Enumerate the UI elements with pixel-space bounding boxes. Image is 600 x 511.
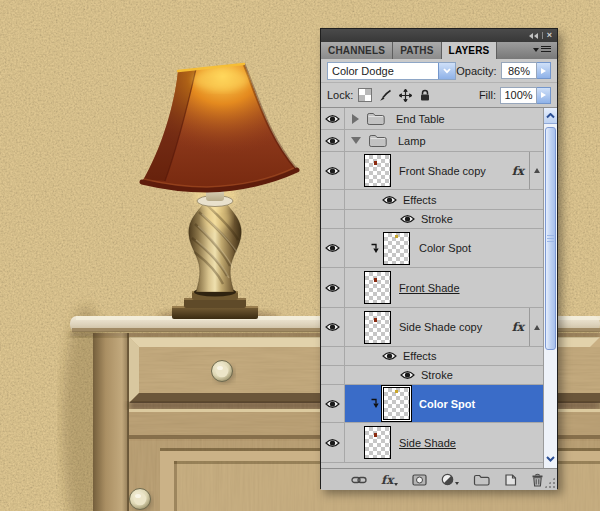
layer-name[interactable]: Front Shade copy — [399, 165, 486, 177]
layer-row-lamp[interactable]: Lamp — [321, 130, 543, 152]
layer-thumbnail[interactable] — [364, 271, 391, 304]
stroke-row[interactable]: Stroke — [321, 210, 543, 229]
layer-thumbnail[interactable] — [383, 232, 410, 265]
layer-row-side-shade[interactable]: Side Shade — [321, 423, 543, 463]
fill-input[interactable]: 100% — [500, 87, 537, 104]
tab-paths[interactable]: PATHS — [393, 42, 441, 59]
layer-row-side-shade-copy[interactable]: Side Shade copy fx — [321, 308, 543, 347]
blend-mode-select[interactable]: Color Dodge — [327, 62, 456, 80]
effects-row[interactable]: Effects — [321, 347, 543, 366]
lock-fill-row: Lock: Fill: 100% — [321, 83, 557, 108]
visibility-eye-icon[interactable] — [325, 438, 340, 448]
visibility-eye-icon[interactable] — [325, 399, 340, 409]
new-layer-icon[interactable] — [504, 473, 517, 487]
layer-list: End Table Lamp Front Shade copy — [321, 108, 557, 468]
opacity-value: 86% — [508, 65, 530, 77]
add-layer-mask-icon[interactable] — [412, 474, 427, 486]
layer-name[interactable]: Color Spot — [419, 242, 471, 254]
blend-opacity-row: Color Dodge Opacity: 86% — [321, 59, 557, 83]
scroll-up-icon[interactable] — [544, 108, 557, 124]
clipping-mask-arrow-icon — [370, 398, 379, 409]
stroke-row[interactable]: Stroke — [321, 366, 543, 385]
layer-thumbnail[interactable] — [364, 426, 391, 459]
layer-name[interactable]: Front Shade — [399, 282, 460, 294]
chevron-down-icon[interactable] — [438, 63, 455, 79]
layer-style-fx-icon[interactable]: fx — [512, 320, 524, 334]
effects-row[interactable]: Effects — [321, 190, 543, 210]
layer-row-front-shade[interactable]: Front Shade — [321, 268, 543, 308]
effects-label[interactable]: Effects — [403, 350, 436, 362]
tab-layers[interactable]: LAYERS — [442, 42, 498, 59]
effects-label[interactable]: Effects — [403, 194, 436, 206]
link-layers-icon[interactable] — [351, 475, 367, 485]
scroll-down-icon[interactable] — [544, 451, 557, 466]
opacity-input[interactable]: 86% — [501, 62, 538, 79]
clipping-mask-arrow-icon — [370, 243, 379, 254]
lock-label: Lock: — [327, 89, 353, 101]
folder-icon — [366, 112, 385, 125]
stroke-eye-icon[interactable] — [400, 214, 415, 224]
panel-resize-grip[interactable] — [544, 477, 555, 488]
collapse-effects-icon[interactable] — [529, 152, 543, 189]
visibility-eye-icon[interactable] — [325, 166, 340, 176]
layer-name[interactable]: Lamp — [398, 135, 426, 147]
close-panel-icon[interactable]: × — [547, 31, 552, 40]
layer-thumbnail[interactable] — [364, 154, 391, 187]
expand-triangle-icon[interactable] — [352, 114, 359, 124]
layer-name[interactable]: Side Shade copy — [399, 321, 482, 333]
layer-row-color-spot-1[interactable]: Color Spot — [321, 229, 543, 268]
visibility-eye-icon[interactable] — [325, 114, 340, 124]
lock-paint-brush-icon[interactable] — [379, 89, 392, 102]
collapse-triangle-icon[interactable] — [351, 137, 361, 144]
effects-eye-icon[interactable] — [382, 195, 397, 205]
collapse-effects-icon[interactable] — [529, 308, 543, 346]
panel-titlebar: × — [321, 29, 557, 42]
layer-name[interactable]: Color Spot — [419, 398, 475, 410]
collapse-to-icons-icon[interactable] — [529, 33, 538, 39]
stroke-label[interactable]: Stroke — [421, 213, 453, 225]
lock-all-padlock-icon[interactable] — [419, 89, 431, 102]
new-adjustment-layer-icon[interactable] — [441, 473, 459, 486]
layer-row-end-table[interactable]: End Table — [321, 108, 543, 130]
layer-row-color-spot-selected[interactable]: Color Spot — [321, 385, 543, 423]
fill-slider-arrow-icon[interactable] — [537, 87, 551, 104]
panel-menu-icon[interactable] — [533, 46, 551, 53]
new-group-folder-icon[interactable] — [473, 474, 490, 486]
visibility-eye-icon[interactable] — [325, 283, 340, 293]
opacity-slider-arrow-icon[interactable] — [537, 62, 551, 79]
tab-channels[interactable]: CHANNELS — [321, 42, 393, 59]
folder-icon — [368, 134, 387, 147]
effects-eye-icon[interactable] — [382, 351, 397, 361]
stroke-eye-icon[interactable] — [400, 370, 415, 380]
scrollbar-thumb[interactable] — [545, 127, 556, 350]
fill-value: 100% — [504, 89, 532, 101]
layer-name[interactable]: End Table — [396, 113, 445, 125]
panel-footer: fx — [321, 468, 557, 490]
visibility-eye-icon[interactable] — [325, 322, 340, 332]
layer-name[interactable]: Side Shade — [399, 437, 456, 449]
visibility-eye-icon[interactable] — [325, 243, 340, 253]
opacity-label: Opacity: — [456, 65, 496, 77]
panel-tabstrip: CHANNELS PATHS LAYERS — [321, 42, 557, 59]
add-layer-style-icon[interactable]: fx — [381, 473, 398, 487]
layers-panel: × CHANNELS PATHS LAYERS Color Dodge Opac… — [320, 28, 558, 489]
blend-mode-value: Color Dodge — [328, 65, 438, 77]
layer-thumbnail[interactable] — [383, 387, 410, 420]
stroke-label[interactable]: Stroke — [421, 369, 453, 381]
scrollbar[interactable] — [543, 108, 557, 468]
fill-label: Fill: — [479, 89, 496, 101]
lock-position-move-icon[interactable] — [399, 89, 412, 102]
lock-transparency-icon[interactable] — [358, 88, 372, 102]
titlebar-divider — [542, 32, 543, 39]
delete-layer-trash-icon[interactable] — [531, 473, 544, 487]
layer-style-fx-icon[interactable]: fx — [512, 164, 524, 178]
layer-thumbnail[interactable] — [364, 311, 391, 344]
visibility-eye-icon[interactable] — [325, 136, 340, 146]
layer-row-front-shade-copy[interactable]: Front Shade copy fx — [321, 152, 543, 190]
